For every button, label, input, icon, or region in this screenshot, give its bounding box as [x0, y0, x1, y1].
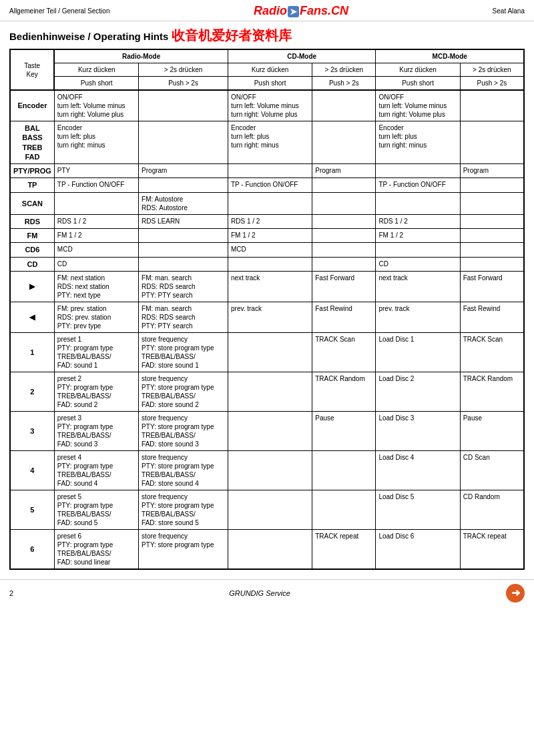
cd-short-cell-9: next track: [228, 271, 312, 302]
mcd-short-cell-15: Load Disc 5: [376, 490, 460, 529]
cd-short-sub: Push short: [228, 77, 312, 91]
radio-long-cell-13: store frequencyPTY: store program typeTR…: [139, 411, 228, 450]
mcd-short-cell-16: Load Disc 6: [376, 529, 460, 569]
mcd-short-cell-10: prev. track: [376, 302, 460, 332]
radio-short-cell-5: RDS 1 / 2: [54, 214, 138, 228]
radio-mode-header: Radio-Mode: [54, 49, 228, 63]
cd-long-cell-5: [312, 214, 376, 228]
table-row: CDCDCD: [10, 257, 524, 271]
radio-long-cell-4: FM: AutostoreRDS: Autostore: [139, 192, 228, 214]
mcd-mode-header: MCD-Mode: [376, 49, 524, 63]
cd-mode-header: CD-Mode: [228, 49, 375, 63]
mcd-long-cell-6: [460, 229, 524, 243]
key-cell-14: 4: [10, 450, 54, 490]
cd-long-cell-13: Pause: [312, 411, 376, 450]
table-row: ▶FM: next stationRDS: next stationPTY: n…: [10, 271, 524, 302]
header-left: Allgemeiner Teil / General Section: [9, 7, 109, 15]
title-cn: 收音机爱好者资料库: [172, 28, 292, 43]
radio-long-cell-11: store frequencyPTY: store program typeTR…: [139, 332, 228, 372]
radio-short-cell-14: preset 4PTY: program typeTREB/BAL/BASS/F…: [54, 450, 138, 490]
table-row: ◀FM: prev. stationRDS: prev. stationPTY:…: [10, 302, 524, 332]
cd-long-cell-4: [312, 192, 376, 214]
main-table: Taste Key Radio-Mode CD-Mode MCD-Mode Ku…: [9, 49, 525, 570]
table-row: 2preset 2PTY: program typeTREB/BAL/BASS/…: [10, 372, 524, 411]
radio-long-sub: Push > 2s: [139, 77, 228, 91]
radio-long-cell-7: [139, 243, 228, 257]
key-cell-2: PTY/PROG: [10, 164, 54, 178]
cd-short-cell-4: [228, 192, 312, 214]
mcd-long-cell-8: [460, 257, 524, 271]
mcd-short-cell-5: RDS 1 / 2: [376, 214, 460, 228]
cd-short-cell-15: [228, 490, 312, 529]
cd-long-cell-11: TRACK Scan: [312, 332, 376, 372]
mcd-long-cell-1: [460, 121, 524, 164]
mcd-long-cell-5: [460, 214, 524, 228]
table-row: 6preset 6PTY: program typeTREB/BAL/BASS/…: [10, 529, 524, 569]
radio-short-cell-13: preset 3PTY: program typeTREB/BAL/BASS/F…: [54, 411, 138, 450]
table-row: 1preset 1PTY: program typeTREB/BAL/BASS/…: [10, 332, 524, 372]
mcd-long-cell-0: [460, 90, 524, 121]
mcd-short-cell-2: [376, 164, 460, 178]
cd-long-cell-12: TRACK Random: [312, 372, 376, 411]
mcd-long-cell-12: TRACK Random: [460, 372, 524, 411]
cd-short-cell-8: [228, 257, 312, 271]
table-row: 5preset 5PTY: program typeTREB/BAL/BASS/…: [10, 490, 524, 529]
page-footer: 2 GRUNDIG Service ➜: [0, 579, 534, 607]
cd-short-cell-5: RDS 1 / 2: [228, 214, 312, 228]
radio-long-cell-16: store frequencyPTY: store program type: [139, 529, 228, 569]
mcd-short-cell-0: ON/OFFturn left: Volume minusturn right:…: [376, 90, 460, 121]
mcd-long-cell-11: TRACK Scan: [460, 332, 524, 372]
key-cell-4: SCAN: [10, 192, 54, 214]
cd-short-cell-6: FM 1 / 2: [228, 229, 312, 243]
cd-short-header: Kurz dücken: [228, 63, 312, 77]
page-number: 2: [9, 589, 13, 597]
cd-long-cell-8: [312, 257, 376, 271]
main-title: Bedienhinweise / Operating Hints 收音机爱好者资…: [0, 21, 534, 49]
cd-long-header: > 2s drücken: [312, 63, 376, 77]
cd-long-cell-2: Program: [312, 164, 376, 178]
cd-long-cell-1: [312, 121, 376, 164]
radio-short-cell-15: preset 5PTY: program typeTREB/BAL/BASS/F…: [54, 490, 138, 529]
cd-long-cell-16: TRACK repeat: [312, 529, 376, 569]
taste-label: Taste: [24, 62, 40, 69]
radio-long-cell-1: [139, 121, 228, 164]
mcd-short-cell-6: FM 1 / 2: [376, 229, 460, 243]
mcd-short-cell-7: [376, 243, 460, 257]
cd-short-cell-13: [228, 411, 312, 450]
mcd-short-cell-8: CD: [376, 257, 460, 271]
table-row: EncoderON/OFFturn left: Volume minusturn…: [10, 90, 524, 121]
key-cell-9: ▶: [10, 271, 54, 302]
mcd-short-cell-11: Load Disc 1: [376, 332, 460, 372]
next-page-button[interactable]: ➜: [506, 584, 525, 603]
mcd-long-cell-15: CD Random: [460, 490, 524, 529]
cd-short-cell-12: [228, 372, 312, 411]
radio-short-cell-8: CD: [54, 257, 138, 271]
cd-long-cell-6: [312, 229, 376, 243]
key-cell-0: Encoder: [10, 90, 54, 121]
radio-long-cell-10: FM: man. searchRDS: RDS searchPTY: PTY s…: [139, 302, 228, 332]
mcd-long-cell-2: Program: [460, 164, 524, 178]
mcd-short-header: Kurz dücken: [376, 63, 460, 77]
table-row: RDSRDS 1 / 2RDS LEARNRDS 1 / 2RDS 1 / 2: [10, 214, 524, 228]
cd-short-cell-1: Encoderturn left: plusturn right: minus: [228, 121, 312, 164]
radio-short-cell-6: FM 1 / 2: [54, 229, 138, 243]
table-row: 4preset 4PTY: program typeTREB/BAL/BASS/…: [10, 450, 524, 490]
sub-header-row-2: Push short Push > 2s Push short Push > 2…: [10, 77, 524, 91]
cd-short-cell-0: ON/OFFturn left: Volume minusturn right:…: [228, 90, 312, 121]
cd-short-cell-16: [228, 529, 312, 569]
key-cell-13: 3: [10, 411, 54, 450]
radio-short-cell-4: [54, 192, 138, 214]
mcd-short-cell-4: [376, 192, 460, 214]
radio-long-cell-15: store frequencyPTY: store program typeTR…: [139, 490, 228, 529]
footer-brand: GRUNDIG Service: [229, 589, 290, 597]
cd-short-cell-2: [228, 164, 312, 178]
radio-short-cell-12: preset 2PTY: program typeTREB/BAL/BASS/F…: [54, 372, 138, 411]
cd-short-cell-7: MCD: [228, 243, 312, 257]
mcd-short-cell-9: next track: [376, 271, 460, 302]
cd-long-cell-14: [312, 450, 376, 490]
mcd-long-cell-16: TRACK repeat: [460, 529, 524, 569]
mcd-short-sub: Push short: [376, 77, 460, 91]
cd-long-cell-3: [312, 178, 376, 192]
radio-long-cell-9: FM: man. searchRDS: RDS searchPTY: PTY s…: [139, 271, 228, 302]
mcd-short-cell-14: Load Disc 4: [376, 450, 460, 490]
